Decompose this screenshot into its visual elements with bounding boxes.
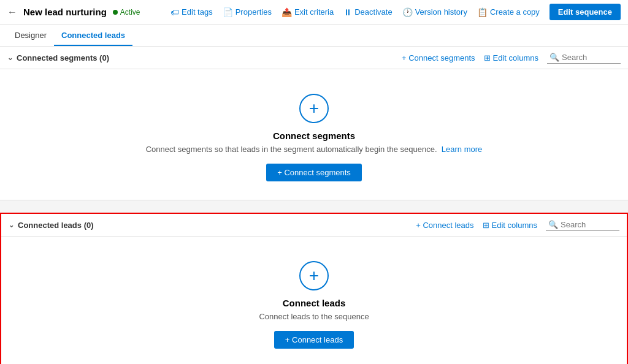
top-bar: ← New lead nurturing Active 🏷 Edit tags … [0,0,628,25]
tab-connected-leads[interactable]: Connected leads [54,26,132,46]
leads-search-input[interactable] [561,220,622,229]
edit-columns-segments-label: Edit columns [493,53,538,63]
connect-segments-button[interactable]: + Connect segments [266,164,362,181]
connected-segments-actions: + Connect segments ⊞ Edit columns 🔍 [402,51,621,64]
connect-leads-button[interactable]: + Connect leads [274,331,354,349]
connected-segments-section: ⌄ Connected segments (0) + Connect segme… [0,47,628,200]
create-copy-action[interactable]: 📋 Create a copy [477,7,540,17]
page-title: New lead nurturing [23,7,107,17]
connect-segments-header-button[interactable]: + Connect segments [402,53,475,63]
version-history-action[interactable]: 🕐 Version history [402,7,467,17]
tabs-bar: Designer Connected leads [0,25,628,47]
search-icon: 🔍 [550,53,559,62]
exit-criteria-icon: 📤 [281,7,292,17]
exit-criteria-action[interactable]: 📤 Exit criteria [281,7,334,17]
edit-columns-leads-button[interactable]: ⊞ Edit columns [483,221,537,230]
top-bar-left: ← New lead nurturing Active [7,7,140,18]
create-copy-icon: 📋 [477,7,488,17]
properties-action[interactable]: 📄 Properties [223,7,272,17]
connected-segments-title-area: ⌄ Connected segments (0) [7,53,109,63]
leads-chevron-down-icon[interactable]: ⌄ [9,221,14,229]
connect-leads-plus-icon: + [299,261,329,290]
main-content: ⌄ Connected segments (0) + Connect segme… [0,47,628,364]
deactivate-label: Deactivate [354,7,392,17]
connect-segments-plus-icon: + [299,94,329,123]
status-badge: Active [113,8,140,17]
section-divider [0,200,628,213]
segments-empty-state: + Connect segments Connect segments so t… [0,69,628,200]
edit-tags-label: Edit tags [182,7,213,17]
edit-columns-icon: ⊞ [484,53,491,63]
connected-leads-header: ⌄ Connected leads (0) + Connect leads ⊞ … [1,214,627,237]
edit-columns-leads-label: Edit columns [492,221,537,230]
chevron-down-icon[interactable]: ⌄ [7,54,13,62]
properties-icon: 📄 [223,7,233,17]
deactivate-action[interactable]: ⏸ Deactivate [343,7,392,17]
leads-empty-title: Connect leads [283,298,346,308]
segments-empty-title: Connect segments [273,131,355,141]
segments-search-input[interactable] [562,53,623,62]
deactivate-icon: ⏸ [343,7,352,17]
leads-edit-columns-icon: ⊞ [483,221,489,230]
edit-columns-segments-button[interactable]: ⊞ Edit columns [484,53,538,63]
segments-search-box[interactable]: 🔍 [547,51,621,64]
status-dot [113,10,118,15]
connected-leads-title-area: ⌄ Connected leads (0) [9,221,94,230]
connected-segments-header: ⌄ Connected segments (0) + Connect segme… [0,47,628,69]
leads-search-box[interactable]: 🔍 [546,219,619,231]
version-history-label: Version history [415,7,467,17]
segments-empty-description: Connect segments so that leads in the se… [146,145,483,154]
back-button[interactable]: ← [7,7,17,18]
version-history-icon: 🕐 [402,7,413,17]
connected-leads-section: ⌄ Connected leads (0) + Connect leads ⊞ … [0,213,628,364]
tab-designer[interactable]: Designer [7,26,54,46]
status-label: Active [120,8,140,17]
edit-sequence-button[interactable]: Edit sequence [550,4,621,20]
edit-tags-action[interactable]: 🏷 Edit tags [170,7,213,17]
exit-criteria-label: Exit criteria [294,7,334,17]
connected-leads-actions: + Connect leads ⊞ Edit columns 🔍 [416,219,619,231]
connected-leads-title: Connected leads (0) [18,221,94,230]
connect-leads-header-button[interactable]: + Connect leads [416,221,473,230]
properties-label: Properties [236,7,272,17]
create-copy-label: Create a copy [490,7,540,17]
leads-empty-state: + Connect leads Connect leads to the seq… [1,237,627,364]
tag-icon: 🏷 [170,7,179,17]
top-bar-right: 🏷 Edit tags 📄 Properties 📤 Exit criteria… [170,4,621,20]
leads-empty-description: Connect leads to the sequence [259,312,369,321]
connected-segments-title: Connected segments (0) [17,53,109,63]
learn-more-link[interactable]: Learn more [442,145,482,154]
leads-search-icon: 🔍 [548,220,558,229]
